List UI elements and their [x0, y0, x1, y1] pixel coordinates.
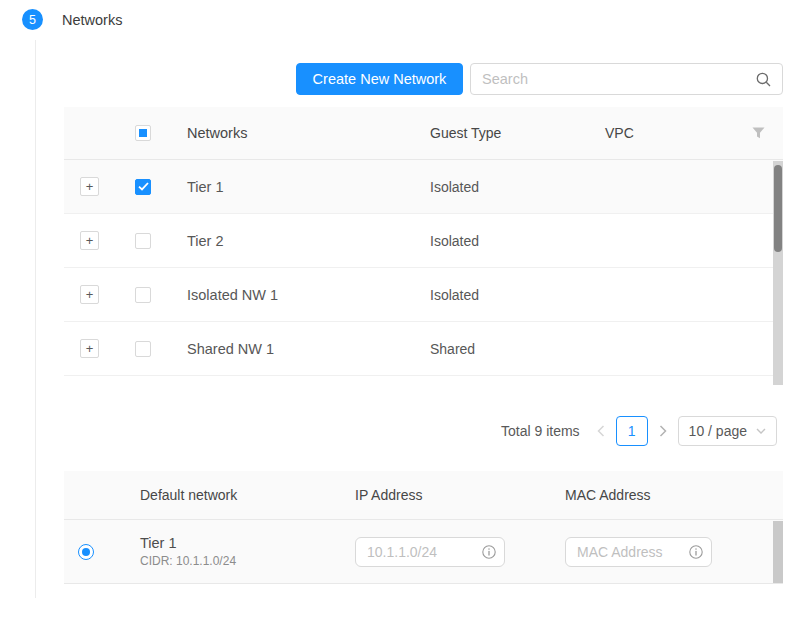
default-network-row[interactable]: Tier 1 CIDR: 10.1.1.0/24	[64, 520, 783, 584]
info-icon	[689, 545, 703, 559]
table-row[interactable]: + Shared NW 1 Shared	[64, 322, 783, 376]
default-network-table-header: Default network IP Address MAC Address	[64, 471, 783, 520]
search-box[interactable]	[470, 63, 783, 95]
search-input[interactable]	[482, 71, 756, 87]
table-row[interactable]: + Isolated NW 1 Isolated	[64, 268, 783, 322]
vpc-filter-icon[interactable]	[741, 127, 783, 139]
column-header-mac-address: MAC Address	[555, 487, 783, 503]
expand-row-button[interactable]: +	[80, 177, 99, 196]
default-network-cidr: CIDR: 10.1.1.0/24	[140, 554, 345, 568]
page-size-select[interactable]: 10 / page	[678, 416, 777, 446]
row-checkbox[interactable]	[135, 179, 151, 195]
networks-table: Networks Guest Type VPC + Tier 1 Isolate…	[64, 107, 783, 376]
step-number-badge: 5	[22, 9, 43, 30]
create-new-network-button[interactable]: Create New Network	[296, 63, 463, 95]
table-row[interactable]: + Tier 1 Isolated	[64, 160, 783, 214]
pagination-total: Total 9 items	[501, 423, 580, 439]
network-name: Tier 2	[177, 233, 430, 249]
guest-type-value: Isolated	[430, 287, 605, 303]
networks-table-header: Networks Guest Type VPC	[64, 107, 783, 160]
default-network-table: Default network IP Address MAC Address T…	[64, 471, 783, 584]
table-scrollbar-thumb[interactable]	[774, 165, 782, 252]
pagination-page-1-button[interactable]: 1	[616, 416, 648, 446]
default-network-radio[interactable]	[78, 544, 94, 560]
chevron-down-icon	[756, 428, 766, 434]
guest-type-value: Shared	[430, 341, 605, 357]
network-name: Isolated NW 1	[177, 287, 430, 303]
column-header-default-network: Default network	[130, 487, 345, 503]
row-checkbox[interactable]	[135, 233, 151, 249]
expand-row-button[interactable]: +	[80, 231, 99, 250]
column-header-ip-address: IP Address	[345, 487, 555, 503]
page-size-value: 10 / page	[689, 423, 747, 439]
row-checkbox[interactable]	[135, 341, 151, 357]
guest-type-value: Isolated	[430, 233, 605, 249]
guest-type-value: Isolated	[430, 179, 605, 195]
info-icon	[482, 545, 496, 559]
pagination-next-button[interactable]	[656, 416, 670, 446]
column-header-networks: Networks	[177, 125, 430, 141]
expand-row-button[interactable]: +	[80, 339, 99, 358]
select-all-checkbox[interactable]	[135, 125, 151, 141]
network-name: Tier 1	[177, 179, 430, 195]
default-network-name: Tier 1	[140, 535, 345, 551]
network-name: Shared NW 1	[177, 341, 430, 357]
pagination-prev-button[interactable]	[594, 416, 608, 446]
networks-wizard-step: 5 Networks Create New Network Networks G…	[0, 0, 805, 628]
step-connector-line	[35, 40, 36, 598]
step-title: Networks	[62, 12, 122, 28]
table-scrollbar-track	[773, 161, 783, 385]
search-icon[interactable]	[756, 72, 771, 87]
row-checkbox[interactable]	[135, 287, 151, 303]
expand-row-button[interactable]: +	[80, 285, 99, 304]
table-row[interactable]: + Tier 2 Isolated	[64, 214, 783, 268]
column-header-vpc: VPC	[605, 125, 741, 141]
column-header-guest-type: Guest Type	[430, 125, 605, 141]
default-table-scrollbar-track	[773, 521, 783, 583]
pagination: Total 9 items 1 10 / page	[501, 415, 777, 447]
